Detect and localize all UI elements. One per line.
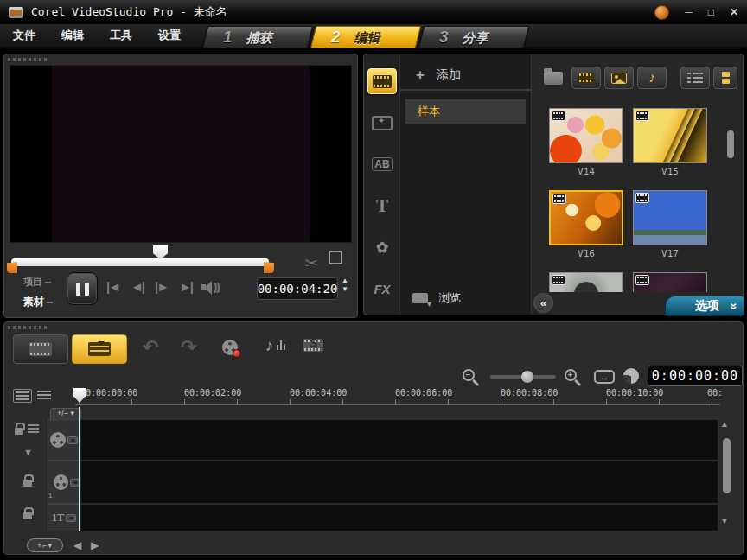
overlay-lock-icon[interactable]: [23, 474, 32, 487]
volume-icon[interactable]: )): [201, 280, 224, 295]
ride-lock-group[interactable]: [15, 423, 39, 435]
tab-share[interactable]: 3分享: [418, 26, 529, 48]
trim-end-handle[interactable]: [264, 262, 274, 273]
spin-up-icon[interactable]: ▲: [342, 277, 348, 284]
scrollbar-up-button[interactable]: ▲: [720, 419, 729, 429]
filter-photo-button[interactable]: [604, 67, 634, 89]
list-view-button[interactable]: [680, 67, 710, 89]
timeline-ruler[interactable]: 00:00:00:00 00:00:02:00 00:00:04:00 00:0…: [4, 386, 743, 407]
scroll-right-button[interactable]: ▶: [91, 539, 99, 551]
gallery-scrollbar[interactable]: [727, 130, 734, 158]
split-clip-icon[interactable]: ✂: [304, 253, 318, 273]
timeline-view-button[interactable]: [72, 334, 127, 364]
tab-filters[interactable]: FX: [367, 276, 397, 302]
end-button[interactable]: ►|: [179, 279, 192, 294]
collapse-library-button[interactable]: «: [533, 293, 553, 313]
mode-project-label[interactable]: 项目: [23, 276, 53, 289]
tab-capture-num: 1: [223, 28, 233, 47]
video-track[interactable]: [80, 419, 718, 461]
menu-tools[interactable]: 工具: [97, 23, 145, 48]
clip-thumbnail-v16-selected[interactable]: [549, 190, 623, 245]
playhead-line[interactable]: [79, 407, 80, 531]
lock-icon[interactable]: [15, 428, 23, 435]
add-folder-button[interactable]: + 添加: [400, 61, 531, 91]
pause-button[interactable]: [67, 272, 98, 305]
gutter-collapse-icon[interactable]: ▼: [23, 447, 33, 457]
tab-instant-project[interactable]: [367, 110, 397, 136]
clip-thumbnail-v17[interactable]: [633, 190, 707, 245]
library-folder-sample[interactable]: 样本: [405, 99, 526, 124]
prev-frame-button[interactable]: ◄|: [131, 279, 144, 294]
enlarge-preview-icon[interactable]: [332, 254, 342, 264]
storyboard-view-button[interactable]: [13, 334, 68, 364]
browse-button[interactable]: 浏览: [412, 290, 461, 306]
thumbnail-view-button[interactable]: [713, 67, 737, 89]
track-list-icon[interactable]: [37, 389, 51, 401]
track-visibility-icon[interactable]: [66, 514, 76, 522]
title-track-icon: 1T: [52, 512, 64, 525]
redo-button[interactable]: ↷: [181, 336, 196, 359]
fit-timeline-button[interactable]: ↔: [594, 370, 615, 384]
timeline-timecode[interactable]: 0:00:00:00: [648, 366, 743, 386]
options-button[interactable]: 选项 «: [665, 296, 744, 316]
pause-bar: [76, 283, 80, 296]
overlay-track-header[interactable]: 1: [48, 461, 80, 504]
ruler-tick-label: 00:00:04:00: [290, 388, 347, 398]
minimize-button[interactable]: ─: [685, 7, 693, 17]
preview-timecode[interactable]: 00:00:04:20: [257, 277, 338, 300]
ripple-edit-button[interactable]: +⌐▾: [27, 538, 63, 552]
zoom-slider-thumb[interactable]: [521, 371, 533, 383]
clip-thumbnail-partial[interactable]: [549, 272, 623, 292]
chevron-up-icon: «: [724, 302, 738, 309]
timeline-zoom-slider[interactable]: [490, 375, 556, 379]
tab-graphics[interactable]: ✿: [367, 234, 397, 260]
track-list-mini-icon[interactable]: [28, 423, 39, 435]
tab-transitions[interactable]: AB: [367, 151, 397, 177]
trim-start-handle[interactable]: [7, 262, 17, 273]
tab-media-library[interactable]: [367, 68, 397, 94]
zoom-in-button[interactable]: +: [565, 369, 584, 388]
add-remove-track-button[interactable]: +/− ▾: [50, 408, 81, 419]
thumbnail-label: V16: [549, 248, 623, 259]
panel-grip: [8, 58, 49, 61]
clip-thumbnail-v14[interactable]: [549, 108, 623, 163]
menu-edit[interactable]: 编辑: [48, 23, 97, 48]
import-folder-icon[interactable]: [544, 72, 563, 85]
track-visibility-icon[interactable]: [67, 436, 78, 444]
close-button[interactable]: ✕: [730, 7, 738, 17]
track-manager-icon[interactable]: [13, 389, 32, 403]
mode-clip-label[interactable]: 素材: [23, 295, 53, 309]
title-track-header[interactable]: 1T: [48, 504, 80, 531]
spin-down-icon[interactable]: ▼: [342, 286, 348, 293]
maximize-button[interactable]: □: [708, 7, 714, 17]
menu-file[interactable]: 文件: [0, 23, 48, 48]
scrubber-handle[interactable]: [153, 245, 168, 259]
overlay-track[interactable]: [80, 461, 718, 504]
video-track-icon: [50, 432, 66, 448]
timecode-spinner[interactable]: ▲ ▼: [342, 277, 348, 293]
auto-music-button[interactable]: S: [303, 339, 323, 352]
clip-thumbnail-partial[interactable]: [633, 272, 707, 292]
trim-bar[interactable]: [11, 258, 269, 266]
corel-ball-icon[interactable]: [654, 5, 669, 20]
clip-thumbnail-v15[interactable]: [633, 108, 707, 163]
zoom-out-button[interactable]: −: [463, 369, 482, 388]
tab-edit[interactable]: 2编辑: [310, 26, 421, 48]
tab-titles[interactable]: T: [367, 193, 397, 219]
title-lock-icon[interactable]: [23, 507, 32, 519]
project-duration-icon[interactable]: [623, 368, 639, 384]
title-track[interactable]: [80, 504, 718, 531]
scroll-left-button[interactable]: ◀: [73, 539, 81, 551]
video-track-header[interactable]: [48, 419, 80, 461]
menu-settings[interactable]: 设置: [145, 23, 194, 48]
sound-mixer-button[interactable]: ♪: [265, 336, 274, 355]
timeline-scrollbar-thumb[interactable]: [723, 438, 731, 493]
scrollbar-down-button[interactable]: ▼: [720, 516, 729, 525]
home-button[interactable]: |◄: [106, 279, 119, 294]
filter-video-button[interactable]: [571, 67, 601, 89]
undo-button[interactable]: ↶: [143, 336, 158, 359]
next-frame-button[interactable]: |►: [155, 279, 168, 294]
filter-audio-button[interactable]: ♪: [637, 67, 667, 89]
tab-capture[interactable]: 1捕获: [202, 26, 313, 48]
record-capture-button[interactable]: [222, 340, 238, 355]
